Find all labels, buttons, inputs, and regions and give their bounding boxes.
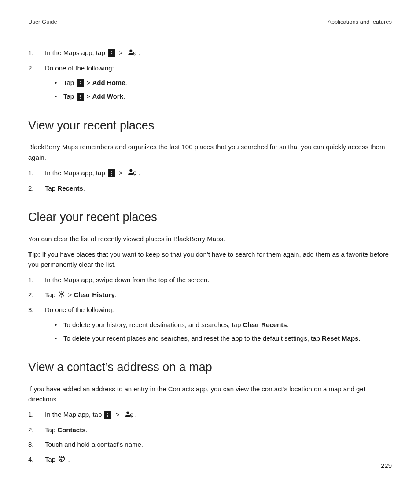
- step-body: Tap .: [45, 454, 392, 465]
- step-body: Touch and hold a contact's name.: [45, 439, 392, 449]
- list-item: Tap > Add Work.: [53, 91, 392, 101]
- intro-bullets: Tap > Add Home. Tap > Add Work.: [53, 77, 392, 102]
- heading-contact-address: View a contact’s address on a map: [28, 358, 392, 377]
- intro-steps: 1. In the Maps app, tap > . 2. Do one of…: [28, 48, 392, 73]
- step-number: 2.: [28, 63, 45, 73]
- list-item: To delete your recent places and searche…: [53, 333, 392, 343]
- tip-paragraph: Tip: If you have places that you want to…: [28, 249, 392, 270]
- step: 2. Do one of the following:: [28, 63, 392, 73]
- more-icon: [108, 49, 115, 57]
- step-body: Tap > Clear History.: [45, 290, 392, 301]
- step-number: 1.: [28, 48, 45, 58]
- gear-icon: [58, 290, 65, 300]
- heading-view-recent: View your recent places: [28, 117, 392, 135]
- step: 4. Tap .: [28, 454, 392, 465]
- person-pin-icon: [127, 168, 137, 178]
- step-body: In the Map app, tap > .: [45, 409, 392, 420]
- step-number: 1.: [28, 168, 45, 178]
- step-body: In the Maps app, tap > .: [45, 168, 392, 179]
- step: 2. Tap Recents.: [28, 183, 392, 193]
- step: 1. In the Map app, tap > .: [28, 409, 392, 420]
- list-item: Tap > Add Home.: [53, 77, 392, 88]
- person-pin-icon: [127, 48, 137, 59]
- step-body: Do one of the following:: [45, 63, 392, 73]
- step-number: 2.: [28, 425, 45, 435]
- clear-recent-steps: 1. In the Maps app, swipe down from the …: [28, 275, 392, 315]
- step: 2. Tap Contacts.: [28, 425, 392, 435]
- step-body: Do one of the following:: [45, 305, 392, 315]
- step: 2. Tap > Clear History.: [28, 290, 392, 301]
- step-number: 1.: [28, 409, 45, 419]
- paragraph: If you have added an address to an entry…: [28, 384, 392, 405]
- step: 3. Touch and hold a contact's name.: [28, 439, 392, 449]
- more-icon: [77, 79, 84, 87]
- step-body: Tap Recents.: [45, 183, 392, 193]
- step-number: 3.: [28, 305, 45, 315]
- step-number: 1.: [28, 275, 45, 285]
- step-body: Tap Contacts.: [45, 425, 392, 435]
- step-number: 4.: [28, 454, 45, 464]
- step: 1. In the Maps app, swipe down from the …: [28, 275, 392, 285]
- header-left: User Guide: [28, 18, 57, 26]
- step-number: 2.: [28, 183, 45, 193]
- header-right: Applications and features: [328, 18, 392, 26]
- clear-recent-bullets: To delete your history, recent destinati…: [53, 320, 392, 344]
- page-number: 229: [381, 460, 392, 471]
- step-body: In the Maps app, swipe down from the top…: [45, 275, 392, 285]
- more-icon: [104, 411, 111, 419]
- more-icon: [77, 93, 84, 101]
- step: 1. In the Maps app, tap > .: [28, 48, 392, 59]
- page-header: User Guide Applications and features: [28, 18, 392, 26]
- tip-label: Tip:: [28, 250, 42, 258]
- step-number: 2.: [28, 290, 45, 300]
- more-icon: [108, 169, 115, 177]
- heading-clear-recent: Clear your recent places: [28, 208, 392, 227]
- step: 3. Do one of the following:: [28, 305, 392, 315]
- paragraph: You can clear the list of recently viewe…: [28, 234, 392, 244]
- step: 1. In the Maps app, tap > .: [28, 168, 392, 179]
- paragraph: BlackBerry Maps remembers and organizes …: [28, 142, 392, 162]
- view-recent-steps: 1. In the Maps app, tap > . 2. Tap Recen…: [28, 168, 392, 193]
- step-number: 3.: [28, 439, 45, 449]
- step-body: In the Maps app, tap > .: [45, 48, 392, 59]
- contact-address-steps: 1. In the Map app, tap > . 2. Tap Contac…: [28, 409, 392, 465]
- list-item: To delete your history, recent destinati…: [53, 320, 392, 330]
- globe-icon: [58, 455, 65, 465]
- person-pin-icon: [124, 410, 134, 420]
